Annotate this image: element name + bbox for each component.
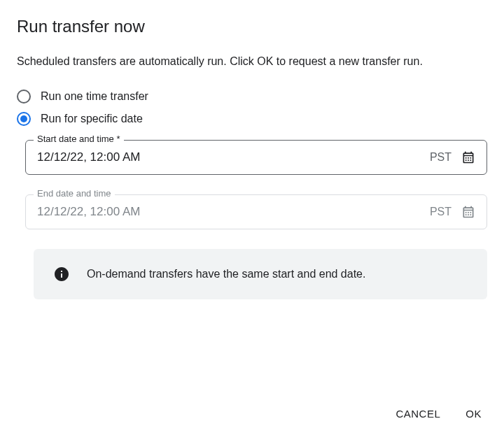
- field-label: Start date and time *: [34, 134, 124, 144]
- dialog-description: Scheduled transfers are automatically ru…: [17, 53, 487, 70]
- dialog-title: Run transfer now: [17, 17, 487, 36]
- cancel-button[interactable]: CANCEL: [393, 402, 443, 425]
- date-fields: Start date and time * 12/12/22, 12:00 AM…: [25, 140, 487, 229]
- radio-label: Run one time transfer: [41, 90, 148, 103]
- calendar-icon: [461, 205, 475, 219]
- field-label: End date and time: [34, 188, 115, 199]
- field-timezone: PST: [430, 206, 451, 218]
- end-date-field: End date and time 12/12/22, 12:00 AM PST: [25, 194, 487, 229]
- start-date-field[interactable]: Start date and time * 12/12/22, 12:00 AM…: [25, 140, 487, 175]
- radio-specific-date[interactable]: Run for specific date: [17, 112, 487, 126]
- ok-button[interactable]: OK: [463, 402, 484, 425]
- field-value: 12/12/22, 12:00 AM: [37, 150, 430, 164]
- radio-one-time-transfer[interactable]: Run one time transfer: [17, 90, 487, 104]
- info-text: On-demand transfers have the same start …: [87, 268, 365, 280]
- radio-label: Run for specific date: [41, 113, 143, 125]
- field-timezone: PST: [430, 151, 451, 164]
- info-icon: [53, 266, 70, 283]
- calendar-icon[interactable]: [461, 150, 475, 164]
- radio-group: Run one time transfer Run for specific d…: [17, 90, 487, 126]
- field-value: 12/12/22, 12:00 AM: [37, 205, 430, 219]
- radio-icon: [17, 112, 31, 126]
- radio-icon: [17, 90, 31, 104]
- dialog-actions: CANCEL OK: [393, 402, 484, 425]
- info-banner: On-demand transfers have the same start …: [34, 249, 487, 299]
